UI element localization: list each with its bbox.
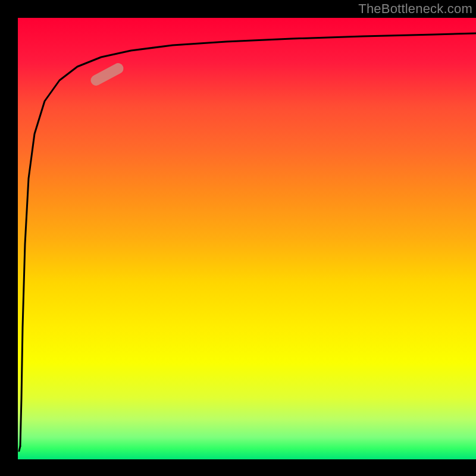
plot-gradient-background <box>18 18 476 459</box>
chart-container: TheBottleneck.com <box>0 0 476 476</box>
y-axis <box>0 0 18 476</box>
x-axis <box>0 459 476 476</box>
watermark-text: TheBottleneck.com <box>358 1 472 17</box>
